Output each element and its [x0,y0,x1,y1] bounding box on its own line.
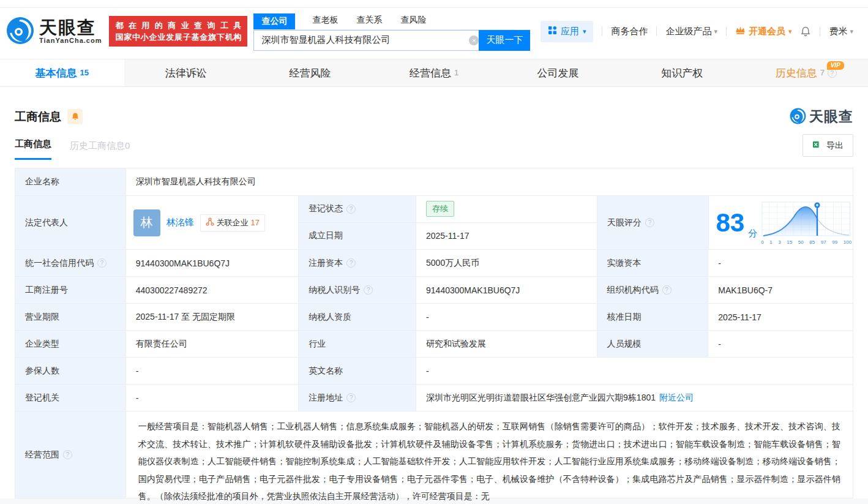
table-row-insured-count: 参保人数 - 英文名称 - [15,358,853,385]
business-term-value: 2025-11-17 至 无固定期限 [126,304,299,330]
logo-domain: TianYanCha.com [39,37,102,44]
export-label: 导出 [826,140,844,151]
tab-label: 基本信息 [36,66,77,80]
field-label: 行业 [299,331,416,357]
reg-address-value: 深圳市光明区光明街道碧眼社区华强创意产业园六期9栋1801 附近公司 [416,385,853,411]
help-icon[interactable]: ? [364,285,373,295]
tianyancha-logo[interactable]: 天眼查 TianYanCha.com [6,17,102,47]
help-icon[interactable]: ? [645,218,654,227]
open-vip-button[interactable]: 开通会员 ▾ [735,26,792,37]
search-button[interactable]: 天眼一下 [479,30,530,51]
tab-basic-info[interactable]: 基本信息 15 [0,59,124,86]
apps-menu[interactable]: 应用 ▾ [541,21,594,42]
tab-legal-litigation[interactable]: 法律诉讼 [124,59,249,86]
help-icon[interactable]: ? [97,258,107,268]
search-box: × 天眼一下 [253,30,530,51]
staff-size-value: - [708,331,853,357]
field-label: 人员规模 [597,331,709,357]
logo-text: 天眼查 TianYanCha.com [39,18,102,44]
help-icon[interactable]: ? [346,393,356,402]
business-info-table: 企业名称 深圳市智显机器人科技有限公司 法定代表人 林 林洺锋 [15,168,853,498]
help-icon[interactable]: ? [63,450,72,459]
tab-history-info[interactable]: VIP 历史信息 7 ? [744,59,868,86]
field-label: 营业期限 [15,304,126,330]
approve-date-value: 2025-11-17 [708,304,853,330]
tianyancha-logo-icon [6,17,34,47]
promo-banner-line2: 国家中小企业发展子基金旗下机构 [115,31,241,43]
nav-divider [602,26,602,36]
subscribe-bell-icon[interactable] [67,109,83,124]
apps-label: 应用 [561,26,579,37]
tianyan-score-cell: 83 分 [709,196,853,249]
subtab-business-registration[interactable]: 工商信息 [15,138,51,160]
promo-banner: 都在用的商业查询工具 国家中小企业发展子基金旗下机构 [109,16,247,47]
tab-intellectual-property[interactable]: 知识产权 [620,59,744,86]
crown-icon [735,26,746,37]
vip-badge: VIP [827,61,844,70]
subrow-establish-date: 成立日期 2025-11-17 [299,223,597,250]
subrow-reg-status: 登记状态 ? 存续 [299,196,597,223]
nav-divider [726,26,727,36]
apps-grid-icon [548,26,557,37]
tab-business-info[interactable]: 经营信息 1 [372,59,496,86]
help-icon[interactable]: ? [662,285,672,295]
network-icon [206,217,214,228]
reg-status-value: 存续 [416,196,597,222]
subtab-history-registration[interactable]: 历史工商信息0 [70,140,130,160]
watermark-logo: 天眼查 [790,107,853,126]
tab-company-development[interactable]: 公司发展 [496,59,620,86]
chevron-down-icon: ▾ [850,28,853,36]
notification-bell-icon[interactable] [800,26,811,37]
insured-count-value: - [126,358,299,384]
help-icon[interactable]: ? [346,205,356,214]
legal-rep-link[interactable]: 林洺锋 [166,217,194,228]
search-tab-boss[interactable]: 查老板 [311,12,339,29]
help-icon[interactable]: ? [346,258,356,268]
industry-value: 研究和试验发展 [416,331,597,357]
promo-banner-line1: 都在用的商业查询工具 [115,20,241,31]
field-label: 成立日期 [299,223,416,250]
table-row-company-type: 企业类型 有限责任公司 行业 研究和试验发展 人员规模 - [15,331,853,358]
field-label: 统一社会信用代码 ? [15,250,126,276]
score-value: 83 [716,210,744,236]
field-label: 纳税人资质 [299,304,416,330]
tab-business-risk[interactable]: 经营风险 [248,59,372,86]
vip-label: 开通会员 [749,26,785,37]
field-label: 注册地址 ? [299,385,416,411]
sub-tab-bar: 工商信息 历史工商信息0 导出 [15,137,853,160]
establish-date-value: 2025-11-17 [416,223,597,250]
field-label: 组织机构代码 ? [597,277,709,303]
company-tab-bar: 基本信息 15 法律诉讼 经营风险 经营信息 1 公司发展 知识产权 VIP 历… [0,59,868,87]
table-row-credit-code: 统一社会信用代码 ? 91440300MAK1BU6Q7J 注册资本 ? 500… [15,250,853,277]
score-unit: 分 [748,228,757,239]
search-tab-risk[interactable]: 查风险 [399,12,427,29]
enterprise-label: 企业级产品 [665,26,711,37]
search-tab-relation[interactable]: 查关系 [355,12,383,29]
watermark-logo-icon [790,108,806,126]
search-tab-company[interactable]: 查公司 [253,13,295,29]
export-button[interactable]: 导出 [803,134,853,157]
field-label: 实缴资本 [597,250,709,276]
avatar[interactable]: 林 [133,209,160,236]
field-label: 登记机关 [15,385,126,411]
user-menu[interactable]: 费米 ▾ [829,26,853,37]
search-input[interactable] [253,30,485,51]
reg-capital-value: 5000万人民币 [416,250,597,276]
top-divider [0,0,868,8]
credit-code-value: 91440300MAK1BU6Q7J [126,250,299,276]
nav-business-cooperation[interactable]: 商务合作 [611,26,648,37]
taxpayer-quality-value: - [416,304,597,330]
nav-enterprise-products[interactable]: 企业级产品 ▾ [665,26,717,37]
field-label: 参保人数 [15,358,126,384]
clear-search-icon[interactable]: × [469,36,479,45]
main-content: 工商信息 天眼查 工商信息 历史工商信息0 [0,107,868,498]
status-date-subgrid: 登记状态 ? 存续 成立日期 2025-11-17 [299,196,597,249]
field-label: 登记状态 ? [299,196,416,222]
field-label: 法定代表人 [15,196,126,249]
tab-label: 经营风险 [289,66,331,80]
field-label: 经营范围 ? [15,412,126,498]
related-companies-button[interactable]: 关联企业 17 [200,214,265,231]
nearby-companies-link[interactable]: 附近公司 [659,393,694,404]
chevron-down-icon: ▾ [583,28,586,36]
watermark-text: 天眼查 [809,107,853,126]
